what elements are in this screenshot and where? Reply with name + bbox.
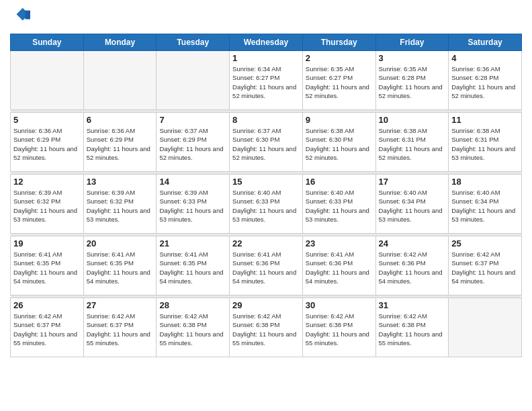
day-info: Sunrise: 6:40 AMSunset: 6:33 PMDaylight:… <box>306 188 373 224</box>
header <box>10 7 522 28</box>
day-number: 7 <box>159 115 226 125</box>
day-info: Sunrise: 6:38 AMSunset: 6:30 PMDaylight:… <box>306 126 373 162</box>
weekday-header-sunday: Sunday <box>11 34 84 51</box>
cal-cell <box>157 51 230 110</box>
logo <box>10 7 30 28</box>
day-info: Sunrise: 6:42 AMSunset: 6:36 PMDaylight:… <box>379 250 446 285</box>
cal-cell: 18Sunrise: 6:40 AMSunset: 6:34 PMDayligh… <box>449 175 522 234</box>
day-info: Sunrise: 6:42 AMSunset: 6:38 PMDaylight:… <box>232 312 300 347</box>
day-info: Sunrise: 6:41 AMSunset: 6:35 PMDaylight:… <box>13 250 81 285</box>
calendar-container: SundayMondayTuesdayWednesdayThursdayFrid… <box>0 0 532 411</box>
cal-cell: 2Sunrise: 6:35 AMSunset: 6:27 PMDaylight… <box>302 51 375 110</box>
cal-cell: 25Sunrise: 6:42 AMSunset: 6:37 PMDayligh… <box>449 236 522 295</box>
weekday-header-monday: Monday <box>83 34 157 51</box>
day-info: Sunrise: 6:42 AMSunset: 6:38 PMDaylight:… <box>379 312 446 347</box>
cal-cell: 19Sunrise: 6:41 AMSunset: 6:35 PMDayligh… <box>11 236 84 295</box>
day-number: 29 <box>232 300 300 310</box>
cal-cell: 10Sunrise: 6:38 AMSunset: 6:31 PMDayligh… <box>375 113 449 172</box>
weekday-header-tuesday: Tuesday <box>157 34 230 51</box>
cal-cell: 9Sunrise: 6:38 AMSunset: 6:30 PMDaylight… <box>302 113 375 172</box>
day-number: 6 <box>87 115 154 125</box>
day-info: Sunrise: 6:39 AMSunset: 6:32 PMDaylight:… <box>87 188 154 224</box>
cal-cell <box>449 298 522 357</box>
day-number: 2 <box>306 53 373 63</box>
logo-icon <box>11 7 30 26</box>
cal-cell: 17Sunrise: 6:40 AMSunset: 6:34 PMDayligh… <box>375 175 449 234</box>
cal-cell: 7Sunrise: 6:37 AMSunset: 6:29 PMDaylight… <box>157 113 230 172</box>
cal-cell: 29Sunrise: 6:42 AMSunset: 6:38 PMDayligh… <box>230 298 303 357</box>
day-number: 15 <box>232 177 300 187</box>
day-number: 9 <box>306 115 373 125</box>
day-info: Sunrise: 6:41 AMSunset: 6:35 PMDaylight:… <box>159 250 226 285</box>
cal-cell: 12Sunrise: 6:39 AMSunset: 6:32 PMDayligh… <box>11 175 84 234</box>
day-info: Sunrise: 6:36 AMSunset: 6:29 PMDaylight:… <box>13 126 81 162</box>
cal-cell: 23Sunrise: 6:41 AMSunset: 6:36 PMDayligh… <box>302 236 375 295</box>
day-number: 23 <box>306 238 373 248</box>
day-info: Sunrise: 6:34 AMSunset: 6:27 PMDaylight:… <box>232 64 300 100</box>
cal-cell: 14Sunrise: 6:39 AMSunset: 6:33 PMDayligh… <box>157 175 230 234</box>
weekday-header-wednesday: Wednesday <box>230 34 303 51</box>
day-number: 10 <box>379 115 446 125</box>
day-info: Sunrise: 6:41 AMSunset: 6:36 PMDaylight:… <box>306 250 373 285</box>
day-info: Sunrise: 6:40 AMSunset: 6:34 PMDaylight:… <box>379 188 446 224</box>
day-info: Sunrise: 6:41 AMSunset: 6:36 PMDaylight:… <box>232 250 300 285</box>
day-number: 17 <box>379 177 446 187</box>
cal-cell: 5Sunrise: 6:36 AMSunset: 6:29 PMDaylight… <box>11 113 84 172</box>
day-info: Sunrise: 6:40 AMSunset: 6:33 PMDaylight:… <box>232 188 300 224</box>
cal-cell: 15Sunrise: 6:40 AMSunset: 6:33 PMDayligh… <box>230 175 303 234</box>
day-number: 16 <box>306 177 373 187</box>
day-number: 8 <box>232 115 300 125</box>
day-info: Sunrise: 6:37 AMSunset: 6:29 PMDaylight:… <box>159 126 226 162</box>
day-number: 25 <box>451 238 519 248</box>
weekday-header-thursday: Thursday <box>302 34 375 51</box>
weekday-header-friday: Friday <box>375 34 449 51</box>
day-info: Sunrise: 6:41 AMSunset: 6:35 PMDaylight:… <box>87 250 154 285</box>
day-info: Sunrise: 6:35 AMSunset: 6:27 PMDaylight:… <box>306 64 373 100</box>
day-info: Sunrise: 6:42 AMSunset: 6:37 PMDaylight:… <box>13 312 81 347</box>
day-info: Sunrise: 6:42 AMSunset: 6:38 PMDaylight:… <box>159 312 226 347</box>
cal-cell <box>83 51 157 110</box>
day-info: Sunrise: 6:39 AMSunset: 6:33 PMDaylight:… <box>159 188 226 224</box>
cal-cell: 6Sunrise: 6:36 AMSunset: 6:29 PMDaylight… <box>83 113 157 172</box>
cal-cell: 31Sunrise: 6:42 AMSunset: 6:38 PMDayligh… <box>375 298 449 357</box>
cal-cell: 1Sunrise: 6:34 AMSunset: 6:27 PMDaylight… <box>230 51 303 110</box>
calendar-body: 1Sunrise: 6:34 AMSunset: 6:27 PMDaylight… <box>11 51 522 357</box>
cal-cell: 21Sunrise: 6:41 AMSunset: 6:35 PMDayligh… <box>157 236 230 295</box>
week-row-1: 1Sunrise: 6:34 AMSunset: 6:27 PMDaylight… <box>11 51 522 110</box>
day-number: 3 <box>379 53 446 63</box>
cal-cell: 3Sunrise: 6:35 AMSunset: 6:28 PMDaylight… <box>375 51 449 110</box>
day-number: 30 <box>306 300 373 310</box>
day-info: Sunrise: 6:39 AMSunset: 6:32 PMDaylight:… <box>13 188 81 224</box>
weekday-header-saturday: Saturday <box>449 34 522 51</box>
day-info: Sunrise: 6:42 AMSunset: 6:37 PMDaylight:… <box>87 312 154 347</box>
day-number: 13 <box>87 177 154 187</box>
day-info: Sunrise: 6:38 AMSunset: 6:31 PMDaylight:… <box>451 126 519 162</box>
day-number: 24 <box>379 238 446 248</box>
day-number: 27 <box>87 300 154 310</box>
day-info: Sunrise: 6:40 AMSunset: 6:34 PMDaylight:… <box>451 188 519 224</box>
day-number: 20 <box>87 238 154 248</box>
calendar-table: SundayMondayTuesdayWednesdayThursdayFrid… <box>10 34 522 357</box>
cal-cell: 11Sunrise: 6:38 AMSunset: 6:31 PMDayligh… <box>449 113 522 172</box>
cal-cell: 26Sunrise: 6:42 AMSunset: 6:37 PMDayligh… <box>11 298 84 357</box>
day-number: 1 <box>232 53 300 63</box>
cal-cell: 4Sunrise: 6:36 AMSunset: 6:28 PMDaylight… <box>449 51 522 110</box>
cal-cell <box>11 51 84 110</box>
day-number: 5 <box>13 115 81 125</box>
day-info: Sunrise: 6:42 AMSunset: 6:37 PMDaylight:… <box>451 250 519 285</box>
day-number: 4 <box>451 53 519 63</box>
cal-cell: 16Sunrise: 6:40 AMSunset: 6:33 PMDayligh… <box>302 175 375 234</box>
day-number: 22 <box>232 238 300 248</box>
day-number: 28 <box>159 300 226 310</box>
cal-cell: 30Sunrise: 6:42 AMSunset: 6:38 PMDayligh… <box>302 298 375 357</box>
weekday-header-row: SundayMondayTuesdayWednesdayThursdayFrid… <box>11 34 522 51</box>
cal-cell: 28Sunrise: 6:42 AMSunset: 6:38 PMDayligh… <box>157 298 230 357</box>
day-info: Sunrise: 6:36 AMSunset: 6:29 PMDaylight:… <box>87 126 154 162</box>
day-number: 31 <box>379 300 446 310</box>
day-info: Sunrise: 6:35 AMSunset: 6:28 PMDaylight:… <box>379 64 446 100</box>
day-number: 12 <box>13 177 81 187</box>
day-number: 19 <box>13 238 81 248</box>
day-number: 18 <box>451 177 519 187</box>
cal-cell: 22Sunrise: 6:41 AMSunset: 6:36 PMDayligh… <box>230 236 303 295</box>
week-row-4: 19Sunrise: 6:41 AMSunset: 6:35 PMDayligh… <box>11 236 522 295</box>
